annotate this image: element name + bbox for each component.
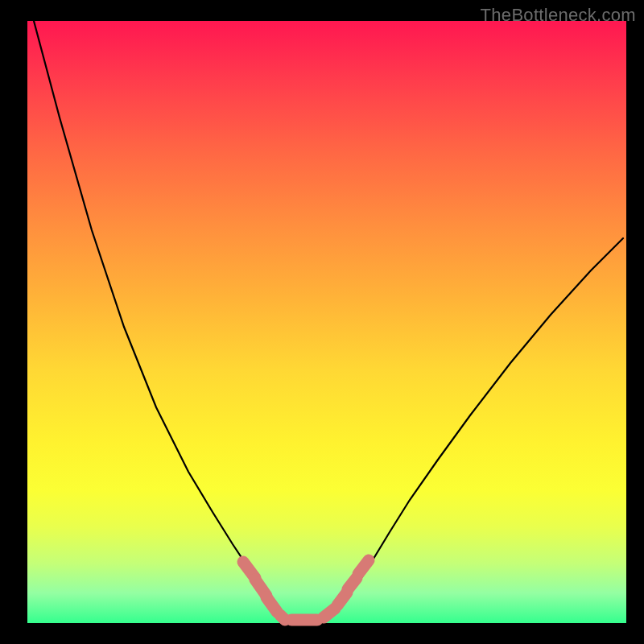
- left-curve: [34, 21, 287, 621]
- watermark-text: TheBottleneck.com: [481, 5, 636, 26]
- marker-seg-2: [266, 597, 277, 612]
- outer-frame: TheBottleneck.com: [0, 0, 644, 644]
- marker-seg-7: [348, 578, 357, 589]
- marker-group: [243, 560, 369, 620]
- plot-area: [27, 21, 626, 623]
- marker-seg-5: [324, 609, 335, 617]
- marker-seg-3: [280, 615, 285, 620]
- chart-svg: [27, 21, 626, 623]
- marker-seg-8: [358, 560, 369, 574]
